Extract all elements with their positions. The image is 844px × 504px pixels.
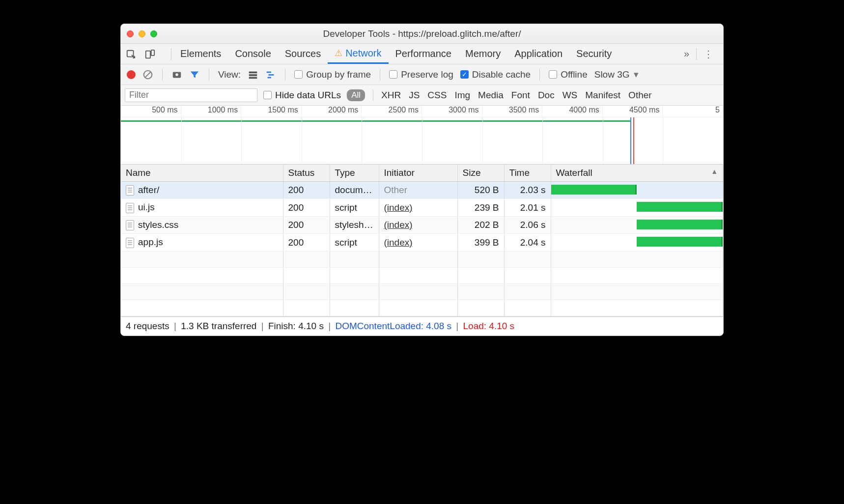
empty-row: [121, 267, 723, 283]
network-toolbar: View: Group by frame Preserve log ✓ Disa…: [121, 64, 723, 85]
warning-icon: ⚠: [335, 48, 342, 58]
tab-network[interactable]: ⚠Network: [328, 44, 388, 64]
request-initiator[interactable]: (index): [384, 220, 413, 230]
divider: [539, 69, 540, 81]
request-name: ui.js: [138, 202, 155, 212]
disable-cache-checkbox[interactable]: ✓ Disable cache: [460, 69, 531, 80]
tab-sources[interactable]: Sources: [278, 44, 328, 64]
svg-rect-2: [151, 50, 154, 56]
tab-elements[interactable]: Elements: [173, 44, 228, 64]
column-header-initiator[interactable]: Initiator: [379, 165, 457, 182]
large-rows-icon[interactable]: [248, 69, 258, 80]
column-header-time[interactable]: Time: [504, 165, 551, 182]
filter-type-js[interactable]: JS: [409, 90, 420, 101]
devtools-menu-icon[interactable]: ⋮: [699, 48, 718, 60]
domcontentloaded-marker: [630, 117, 631, 164]
request-time: 2.04 s: [504, 234, 551, 251]
load-marker: [633, 117, 634, 164]
throttle-select[interactable]: Slow 3G ▾: [594, 69, 639, 80]
filter-type-all[interactable]: All: [347, 89, 365, 101]
table-row[interactable]: styles.css200stylesh…(index)202 B2.06 s: [121, 216, 723, 233]
filter-type-font[interactable]: Font: [511, 90, 530, 101]
svg-rect-1: [146, 51, 150, 58]
table-header-row: Name Status Type Initiator Size Time Wat…: [121, 165, 723, 182]
file-icon: [126, 238, 134, 248]
tab-label: Elements: [180, 48, 221, 59]
filter-type-manifest[interactable]: Manifest: [585, 90, 620, 101]
record-button[interactable]: [127, 70, 136, 79]
request-time: 2.03 s: [504, 182, 551, 199]
column-header-status[interactable]: Status: [283, 165, 330, 182]
tab-security[interactable]: Security: [569, 44, 619, 64]
tab-performance[interactable]: Performance: [389, 44, 459, 64]
filter-type-media[interactable]: Media: [478, 90, 504, 101]
disable-cache-label: Disable cache: [472, 69, 531, 80]
waterfall-view-icon[interactable]: [265, 69, 276, 80]
filter-type-ws[interactable]: WS: [563, 90, 578, 101]
waterfall-bar: [637, 237, 723, 247]
request-time: 2.01 s: [504, 199, 551, 216]
request-type: docum…: [330, 182, 379, 199]
timeline-tick: 1000 ms: [181, 106, 242, 117]
column-header-waterfall[interactable]: Waterfall: [551, 165, 723, 182]
waterfall-cell: [551, 199, 723, 216]
column-header-type[interactable]: Type: [330, 165, 379, 182]
timeline-tick: 4500 ms: [603, 106, 663, 117]
filter-type-xhr[interactable]: XHR: [381, 90, 401, 101]
timeline-tick: 500 ms: [121, 106, 181, 117]
timeline-tick: 5: [663, 106, 723, 117]
offline-checkbox[interactable]: Offline: [549, 69, 588, 80]
devtools-window: Developer Tools - https://preload.glitch…: [120, 24, 724, 336]
overview-activity-bar: [121, 120, 631, 122]
file-icon: [126, 203, 134, 213]
waterfall-bar: [637, 202, 723, 212]
summary-finish: Finish: 4.10 s: [268, 321, 324, 331]
request-size: 399 B: [457, 234, 504, 251]
request-initiator[interactable]: (index): [384, 202, 413, 213]
inspect-element-icon[interactable]: [126, 48, 137, 59]
throttle-value: Slow 3G: [594, 69, 630, 80]
filter-toggle-icon[interactable]: [189, 69, 200, 80]
divider: [696, 48, 697, 60]
timeline-tick: 1500 ms: [241, 106, 302, 117]
hide-data-urls-label: Hide data URLs: [275, 90, 341, 101]
more-tabs-icon[interactable]: »: [679, 48, 694, 59]
timeline-overview[interactable]: 500 ms1000 ms1500 ms2000 ms2500 ms3000 m…: [121, 106, 723, 165]
filter-input[interactable]: [125, 88, 257, 102]
tab-console[interactable]: Console: [228, 44, 278, 64]
summary-bar: 4 requests | 1.3 KB transferred | Finish…: [121, 317, 723, 336]
table-row[interactable]: ui.js200script(index)239 B2.01 s: [121, 199, 723, 216]
filter-type-other[interactable]: Other: [628, 90, 652, 101]
svg-rect-9: [267, 72, 271, 73]
divider: [162, 69, 163, 81]
tab-label: Application: [514, 48, 563, 59]
summary-load: Load: 4.10 s: [463, 321, 515, 331]
divider: [285, 69, 285, 81]
table-row[interactable]: app.js200script(index)399 B2.04 s: [121, 234, 723, 251]
request-initiator[interactable]: (index): [384, 237, 413, 248]
filter-type-img[interactable]: Img: [454, 90, 470, 101]
svg-rect-10: [269, 74, 274, 76]
file-icon: [126, 185, 134, 196]
empty-row: [121, 251, 723, 267]
group-by-frame-checkbox[interactable]: Group by frame: [294, 69, 371, 80]
column-header-name[interactable]: Name: [121, 165, 283, 182]
request-name: app.js: [138, 237, 163, 247]
tab-label: Network: [345, 48, 381, 59]
tab-memory[interactable]: Memory: [458, 44, 507, 64]
device-toolbar-icon[interactable]: [144, 48, 155, 59]
request-type: stylesh…: [330, 216, 379, 233]
preserve-log-checkbox[interactable]: Preserve log: [389, 69, 453, 80]
hide-data-urls-checkbox[interactable]: Hide data URLs: [263, 90, 341, 101]
capture-screenshots-icon[interactable]: [171, 69, 182, 80]
column-header-size[interactable]: Size: [457, 165, 504, 182]
clear-button[interactable]: [142, 69, 153, 80]
request-status: 200: [283, 199, 330, 216]
filter-bar: Hide data URLs All XHRJSCSSImgMediaFontD…: [121, 85, 723, 106]
tab-application[interactable]: Application: [507, 44, 569, 64]
svg-rect-6: [249, 72, 257, 74]
filter-type-doc[interactable]: Doc: [538, 90, 555, 101]
request-time: 2.06 s: [504, 216, 551, 233]
filter-type-css[interactable]: CSS: [427, 90, 447, 101]
table-row[interactable]: after/200docum…Other520 B2.03 s: [121, 182, 723, 199]
